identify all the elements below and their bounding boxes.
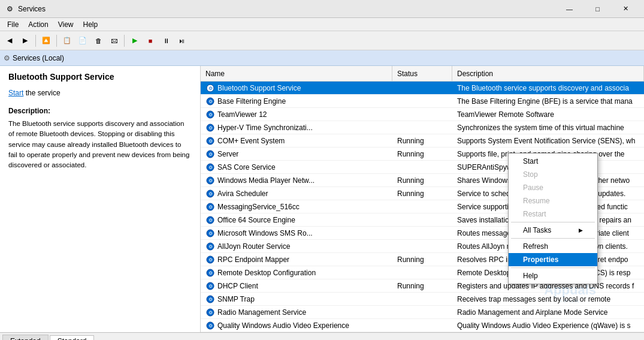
context-menu-item-restart: Restart [509,207,597,221]
toolbar: ◀ ▶ 🔼 📋 📄 🗑 🖂 ▶ ■ ⏸ ⏯ [0,31,644,50]
toolbar-resume[interactable]: ⏯ [174,34,189,48]
menu-action[interactable]: Action [23,19,53,30]
start-service-link[interactable]: Start [8,89,23,97]
header-status[interactable]: Status [392,66,452,81]
svg-text:⚙: ⚙ [208,99,213,104]
svg-text:⚙: ⚙ [208,231,213,236]
toolbar-show-hide[interactable]: 📋 [60,34,74,48]
context-menu-item-pause: Pause [509,181,597,194]
service-row[interactable]: ⚙Radio Management ServiceRadio Managemen… [201,306,644,319]
service-description: Quality Windows Audio Video Experience (… [452,319,644,332]
service-name: ⚙Office 64 Source Engine [201,213,392,226]
services-header: Name Status Description [201,66,644,82]
service-status: Running [392,253,452,266]
service-status: Running [392,174,452,186]
service-name: ⚙Hyper-V Time Synchronizati... [201,121,392,134]
service-icon: ⚙ [205,202,215,212]
toolbar-pause[interactable]: ⏸ [159,34,173,48]
header-description[interactable]: Description [452,66,644,81]
window-title: Services [18,5,556,13]
service-name-text: Microsoft Windows SMS Ro... [217,229,313,237]
service-name: ⚙Quality Windows Audio Video Experience [201,319,392,332]
content-area: Bluetooth Support Service Start the serv… [0,66,644,332]
service-status [392,213,452,226]
right-panel: Name Status Description ⚙Bluetooth Suppo… [201,66,644,332]
service-row[interactable]: ⚙Bluetooth Support ServiceThe Bluetooth … [201,82,644,95]
toolbar-properties[interactable]: 🖂 [107,34,121,48]
service-name: ⚙SAS Core Service [201,161,392,173]
context-menu-separator [511,267,595,268]
service-name-text: RPC Endpoint Mapper [217,255,289,264]
context-menu-item-start[interactable]: Start [509,155,597,168]
toolbar-play[interactable]: ▶ [128,34,142,48]
service-icon: ⚙ [205,215,215,225]
context-menu-item-help[interactable]: Help [509,269,597,282]
service-row[interactable]: ⚙Quality Windows Audio Video ExperienceQ… [201,319,644,332]
service-description: Radio Management and Airplane Mode Servi… [452,306,644,318]
service-description: Synchronizes the system time of this vir… [452,121,644,134]
menu-help[interactable]: Help [78,19,103,30]
menu-view[interactable]: View [53,19,78,30]
service-name-text: Bluetooth Support Service [217,84,301,92]
service-name-text: Server [217,150,238,158]
breadcrumb-bar: ⚙ Services (Local) [0,50,644,66]
service-status: Running [392,279,452,292]
title-bar: ⚙ Services — □ ✕ [0,0,644,18]
context-menu-label: Pause [523,183,543,192]
service-name: ⚙COM+ Event System [201,134,392,147]
service-row[interactable]: ⚙COM+ Event SystemRunningSupports System… [201,134,644,148]
service-name: ⚙AllJoyn Router Service [201,240,392,252]
context-menu-item-stop: Stop [509,168,597,181]
tab-extended[interactable]: Extended [2,335,49,340]
service-status [392,95,452,107]
service-icon: ⚙ [205,268,215,278]
service-icon: ⚙ [205,281,215,291]
service-icon: ⚙ [205,163,215,172]
breadcrumb-icon: ⚙ [4,54,10,62]
menu-bar: File Action View Help [0,18,644,31]
svg-text:⚙: ⚙ [208,125,213,131]
close-button[interactable]: ✕ [612,0,639,18]
service-description: Receives trap messages sent by local or … [452,293,644,305]
toolbar-stop[interactable]: ■ [143,34,158,48]
svg-text:⚙: ⚙ [208,284,213,289]
tab-standard[interactable]: Standard [50,335,95,340]
service-name-text: AllJoyn Router Service [217,242,290,251]
context-menu-item-refresh[interactable]: Refresh [509,240,597,253]
maximize-button[interactable]: □ [584,0,611,18]
context-menu-label: Refresh [523,242,548,251]
context-menu-separator [511,238,595,239]
context-menu-item-properties[interactable]: Properties [509,253,597,266]
service-row[interactable]: ⚙TeamViewer 12TeamViewer Remote Software [201,108,644,121]
menu-file[interactable]: File [2,19,23,30]
svg-text:⚙: ⚙ [208,178,213,183]
service-name-text: Base Filtering Engine [217,97,286,106]
service-description: Supports System Event Notification Servi… [452,134,644,147]
minimize-button[interactable]: — [556,0,583,18]
left-panel-action: Start the service [8,89,192,97]
service-row[interactable]: ⚙Hyper-V Time Synchronizati...Synchroniz… [201,121,644,134]
context-menu-item-all-tasks[interactable]: All Tasks▶ [509,224,597,237]
description-title: Description: [8,107,192,115]
service-icon: ⚙ [205,123,215,133]
svg-text:⚙: ⚙ [208,257,213,263]
toolbar-delete[interactable]: 🗑 [91,34,105,48]
description-text: The Bluetooth service supports discovery… [8,119,192,170]
toolbar-separator-3 [124,35,125,47]
service-status [392,108,452,121]
breadcrumb-label[interactable]: Services (Local) [13,54,64,62]
service-status [392,240,452,252]
toolbar-up[interactable]: 🔼 [39,34,53,48]
service-row[interactable]: ⚙SNMP TrapReceives trap messages sent by… [201,293,644,306]
header-name[interactable]: Name [201,66,392,81]
toolbar-back[interactable]: ◀ [2,34,17,48]
toolbar-forward[interactable]: ▶ [18,34,32,48]
context-menu-label: Resume [523,197,550,205]
svg-text:⚙: ⚙ [208,191,213,197]
service-row[interactable]: ⚙Base Filtering EngineThe Base Filtering… [201,95,644,108]
toolbar-separator-1 [35,35,36,47]
service-description: The Bluetooth service supports discovery… [452,82,644,94]
service-name: ⚙TeamViewer 12 [201,108,392,121]
toolbar-copy[interactable]: 📄 [75,34,90,48]
window-controls: — □ ✕ [556,0,639,18]
